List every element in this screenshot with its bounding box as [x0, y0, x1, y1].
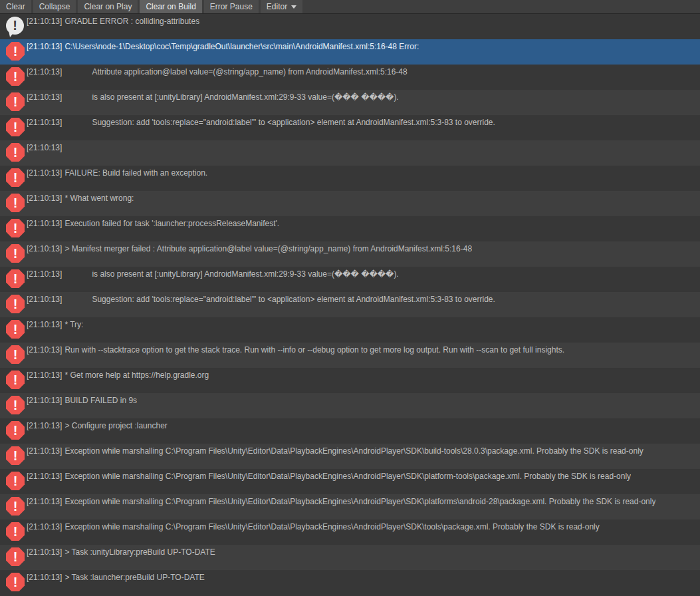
- console-entry[interactable]: ! [21:10:13]is also present at [:unityLi…: [0, 267, 700, 292]
- log-timestamp: [21:10:13]: [27, 522, 62, 531]
- unity-console-panel: Clear Collapse Clear on Play Clear on Bu…: [0, 0, 700, 596]
- error-icon: !: [6, 547, 25, 566]
- log-timestamp: [21:10:13]: [27, 345, 62, 355]
- log-timestamp: [21:10:13]: [27, 547, 62, 557]
- console-entry[interactable]: ! [21:10:13]* Get more help at https://h…: [0, 368, 700, 393]
- log-timestamp: [21:10:13]: [27, 573, 62, 582]
- console-entry[interactable]: ! [21:10:13]* What went wrong:: [0, 191, 700, 216]
- console-entry-text: [21:10:13]Exception while marshalling C:…: [27, 444, 643, 456]
- console-entry[interactable]: ! [21:10:13]> Task :launcher:preBuild UP…: [0, 570, 700, 595]
- log-timestamp: [21:10:13]: [27, 17, 62, 26]
- console-entry-text: [21:10:13]> Task :unityLibrary:preBuild …: [27, 545, 215, 557]
- log-timestamp: [21:10:13]: [27, 143, 62, 152]
- console-entry[interactable]: ! [21:10:13]Suggestion: add 'tools:repla…: [0, 292, 700, 317]
- error-icon: !: [6, 522, 25, 541]
- log-timestamp: [21:10:13]: [27, 320, 62, 329]
- error-icon: !: [6, 168, 25, 187]
- dropdown-caret-icon: [291, 5, 296, 9]
- console-entry-selected[interactable]: ! [21:10:13]C:\Users\node-1\Desktop\coc\…: [0, 39, 700, 65]
- console-entry[interactable]: ! [21:10:13]> Task :unityLibrary:preBuil…: [0, 545, 700, 570]
- log-message: Run with --stacktrace option to get the …: [64, 345, 564, 355]
- console-entry-icon-cell: !: [0, 545, 27, 570]
- console-entry-text: [21:10:13]: [27, 140, 64, 153]
- console-entry[interactable]: ! [21:10:13]Exception while marshalling …: [0, 520, 700, 545]
- console-entry[interactable]: ! [21:10:13]Suggestion: add 'tools:repla…: [0, 115, 700, 140]
- error-icon: !: [6, 92, 25, 111]
- console-entry-icon-cell: !: [0, 469, 27, 494]
- console-entry[interactable]: ! [21:10:13]BUILD FAILED in 9s: [0, 393, 700, 418]
- console-entry[interactable]: ! [21:10:13]> Manifest merger failed : A…: [0, 241, 700, 267]
- console-entry-icon-cell: !: [0, 494, 27, 520]
- log-message: Exception while marshalling C:\Program F…: [64, 522, 599, 531]
- error-icon: !: [6, 143, 25, 162]
- toolbar-button-clear-on-play[interactable]: Clear on Play: [78, 0, 138, 13]
- console-entry[interactable]: ! [21:10:13]Attribute application@label …: [0, 65, 700, 90]
- console-entry-icon-cell: !: [0, 39, 27, 65]
- toolbar-button-error-pause[interactable]: Error Pause: [204, 0, 259, 13]
- log-message: Exception while marshalling C:\Program F…: [64, 497, 655, 506]
- console-entry-icon-cell: !: [0, 65, 27, 90]
- console-entry-icon-cell: !: [0, 393, 27, 418]
- console-entry-text: [21:10:13]BUILD FAILED in 9s: [27, 393, 137, 406]
- log-message: GRADLE ERROR : colliding-attributes: [64, 17, 199, 26]
- console-entry[interactable]: ! [21:10:13]* Try:: [0, 317, 700, 343]
- console-entry[interactable]: ! [21:10:13]FAILURE: Build failed with a…: [0, 166, 700, 191]
- console-entry-text: [21:10:13]> Task :launcher:preBuild UP-T…: [27, 570, 205, 583]
- log-timestamp: [21:10:13]: [27, 244, 62, 253]
- log-message: Exception while marshalling C:\Program F…: [64, 446, 643, 456]
- console-entry-icon-cell: !: [0, 570, 27, 595]
- error-icon: !: [6, 118, 25, 136]
- log-message: is also present at [:unityLibrary] Andro…: [92, 92, 398, 102]
- console-entry[interactable]: ! [21:10:13]GRADLE ERROR : colliding-att…: [0, 14, 700, 39]
- error-icon: !: [6, 244, 25, 263]
- log-message: Attribute application@label value=(@stri…: [92, 67, 407, 76]
- console-entry[interactable]: ! [21:10:13]: [0, 140, 700, 166]
- console-entry-icon-cell: !: [0, 444, 27, 469]
- log-timestamp: [21:10:13]: [27, 269, 62, 279]
- log-message: Execution failed for task ':launcher:pro…: [64, 219, 279, 228]
- console-entry-icon-cell: !: [0, 115, 27, 140]
- console-entry-icon-cell: !: [0, 343, 27, 368]
- console-entry[interactable]: ! [21:10:13]Exception while marshalling …: [0, 494, 700, 520]
- toolbar-button-clear-on-build[interactable]: Clear on Build: [140, 0, 201, 13]
- console-entry-icon-cell: !: [0, 191, 27, 216]
- toolbar-button-collapse[interactable]: Collapse: [33, 0, 76, 13]
- console-entry[interactable]: ! [21:10:13]Exception while marshalling …: [0, 469, 700, 494]
- log-message: > Configure project :launcher: [64, 421, 167, 430]
- log-timestamp: [21:10:13]: [27, 371, 62, 380]
- console-entry-text: [21:10:13]* What went wrong:: [27, 191, 134, 204]
- toolbar-button-editor[interactable]: Editor: [261, 0, 302, 13]
- console-entry-text: [21:10:13]* Try:: [27, 317, 83, 330]
- toolbar-button-clear[interactable]: Clear: [0, 0, 31, 13]
- toolbar-button-label: Editor: [267, 3, 287, 11]
- console-entry-icon-cell: !: [0, 368, 27, 393]
- toolbar-button-label: Collapse: [39, 3, 70, 11]
- error-icon: !: [6, 219, 25, 237]
- console-entry-icon-cell: !: [0, 520, 27, 545]
- console-entry-icon-cell: !: [0, 216, 27, 241]
- console-entry[interactable]: ! [21:10:13]Run with --stacktrace option…: [0, 343, 700, 368]
- log-timestamp: [21:10:13]: [27, 421, 62, 430]
- toolbar-button-label: Clear on Build: [146, 3, 195, 11]
- error-icon: !: [6, 497, 25, 516]
- error-icon: !: [6, 421, 25, 440]
- log-timestamp: [21:10:13]: [27, 42, 62, 51]
- console-entry[interactable]: ! [21:10:13]Exception while marshalling …: [0, 444, 700, 469]
- console-entry[interactable]: ! [21:10:13]is also present at [:unityLi…: [0, 90, 700, 115]
- log-timestamp: [21:10:13]: [27, 219, 62, 228]
- error-icon: !: [6, 472, 25, 490]
- log-message: > Task :unityLibrary:preBuild UP-TO-DATE: [64, 547, 215, 557]
- console-entry-text: [21:10:13]Exception while marshalling C:…: [27, 469, 631, 482]
- error-icon: !: [6, 371, 25, 389]
- toolbar-button-label: Clear on Play: [84, 3, 132, 11]
- console-entry-text: [21:10:13]Run with --stacktrace option t…: [27, 343, 564, 355]
- log-timestamp: [21:10:13]: [27, 194, 62, 203]
- console-list[interactable]: ! [21:10:13]GRADLE ERROR : colliding-att…: [0, 14, 700, 596]
- console-entry-icon-cell: !: [0, 267, 27, 292]
- console-entry[interactable]: ! [21:10:13]> Configure project :launche…: [0, 418, 700, 444]
- console-entry-text: [21:10:13]is also present at [:unityLibr…: [27, 90, 399, 102]
- console-entry-text: [21:10:13]GRADLE ERROR : colliding-attri…: [27, 14, 199, 27]
- console-entry[interactable]: ! [21:10:13]Execution failed for task ':…: [0, 216, 700, 241]
- log-message: * Get more help at https://help.gradle.o…: [64, 371, 209, 380]
- log-timestamp: [21:10:13]: [27, 497, 62, 506]
